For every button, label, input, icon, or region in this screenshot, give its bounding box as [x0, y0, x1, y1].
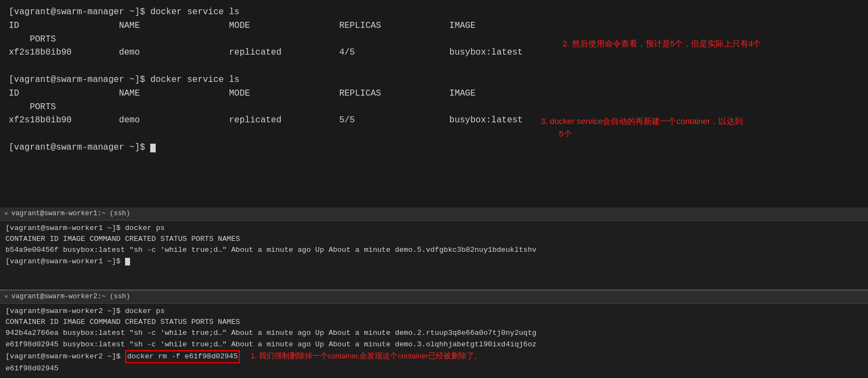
- cursor1: [125, 258, 130, 265]
- worker2-pane: ✕ vagrant@swarm-worker2:~ (ssh) [vagrant…: [0, 291, 868, 377]
- annotation-1: 2. 然后使用命令查看，预计是5个，但是实际上只有4个: [563, 37, 761, 50]
- data-row-2: xf2s18b0ib90 demo replicated 5/5 busybox…: [9, 115, 523, 125]
- worker1-header: CONTAINER ID IMAGE COMMAND CREATED STATU…: [5, 234, 863, 245]
- worker2-header: CONTAINER ID IMAGE COMMAND CREATED STATU…: [5, 317, 863, 328]
- worker2-prompt-prefix: [vagrant@swarm-worker2 ~]$: [5, 352, 125, 361]
- worker1-prompt: [vagrant@swarm-worker1 ~]$: [5, 256, 863, 267]
- cmd-line-3: [vagrant@swarm-manager ~]$: [9, 143, 156, 152]
- header-line-2: ID NAME MODE REPLICAS IMAGE PORTS: [9, 88, 476, 112]
- annotation-2: 3. docker service会自动的再新建一个container，以达到 …: [541, 115, 743, 140]
- rm-command-highlight: docker rm -f e61f98d02945: [125, 350, 240, 363]
- worker2-last-line: e61f98d02945: [5, 363, 863, 374]
- cmd-line-2: [vagrant@swarm-manager ~]$ docker servic…: [9, 75, 239, 85]
- rm-command-text: docker rm -f e61f98d02945: [127, 352, 238, 361]
- worker1-content: [vagrant@swarm-worker1 ~]$ docker ps CON…: [0, 221, 868, 270]
- worker2-title-label: vagrant@swarm-worker2:~ (ssh): [11, 292, 131, 302]
- worker1-cmd: [vagrant@swarm-worker1 ~]$ docker ps: [5, 223, 863, 234]
- header-line-1: ID NAME MODE REPLICAS IMAGE PORTS: [9, 21, 476, 44]
- worker1-title-bar: ✕ vagrant@swarm-worker1:~ (ssh): [0, 208, 868, 221]
- annotation-3: 1. 我们强制删除掉一个container,会发现这个container已经被删…: [244, 352, 481, 360]
- top-terminal: [vagrant@swarm-manager ~]$ docker servic…: [0, 0, 868, 208]
- worker1-title-label: vagrant@swarm-worker1:~ (ssh): [11, 209, 131, 219]
- close-icon: ✕: [4, 209, 8, 218]
- worker2-cmd: [vagrant@swarm-worker2 ~]$ docker ps: [5, 306, 863, 317]
- worker2-title-bar: ✕ vagrant@swarm-worker2:~ (ssh): [0, 291, 868, 304]
- data-row-1: xf2s18b0ib90 demo replicated 4/5 busybox…: [9, 48, 523, 57]
- worker2-row2: e61f98d02945 busybox:latest "sh -c 'whil…: [5, 339, 863, 350]
- worker2-content: [vagrant@swarm-worker2 ~]$ docker ps CON…: [0, 304, 868, 378]
- worker1-pane: ✕ vagrant@swarm-worker1:~ (ssh) [vagrant…: [0, 208, 868, 291]
- worker1-row: b54a9e00456f busybox:latest "sh -c 'whil…: [5, 245, 863, 256]
- close-icon-2: ✕: [4, 292, 8, 302]
- worker2-prompt-line: [vagrant@swarm-worker2 ~]$ docker rm -f …: [5, 350, 863, 363]
- worker2-row1: 942b4a2766ea busybox:latest "sh -c 'whil…: [5, 328, 863, 339]
- cmd-line-1: [vagrant@swarm-manager ~]$ docker servic…: [9, 7, 239, 17]
